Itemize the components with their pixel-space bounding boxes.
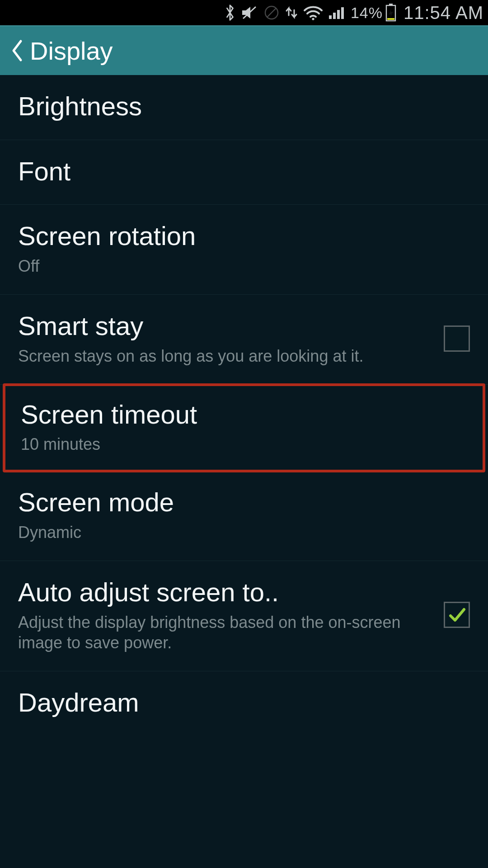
- wifi-icon: [303, 5, 324, 20]
- item-label: Screen rotation: [18, 221, 470, 251]
- svg-line-2: [267, 8, 276, 17]
- back-button[interactable]: [9, 38, 24, 63]
- item-sub: Adjust the display brightness based on t…: [18, 612, 435, 653]
- svg-rect-6: [337, 10, 340, 19]
- status-clock: 11:54 AM: [404, 3, 483, 23]
- item-screen-mode[interactable]: Screen mode Dynamic: [0, 471, 488, 561]
- item-screen-timeout[interactable]: Screen timeout 10 minutes: [3, 383, 485, 473]
- item-label: Screen mode: [18, 487, 470, 518]
- auto-adjust-checkbox[interactable]: [444, 602, 470, 628]
- signal-icon: [328, 5, 346, 20]
- item-label: Font: [18, 156, 470, 187]
- page-title: Display: [30, 36, 113, 66]
- battery-percent: 14%: [351, 4, 383, 22]
- item-label: Screen timeout: [21, 400, 467, 430]
- settings-list: Brightness Font Screen rotation Off Smar…: [0, 75, 488, 718]
- data-arrows-icon: [285, 5, 298, 21]
- svg-rect-5: [333, 13, 336, 19]
- item-daydream[interactable]: Daydream: [0, 671, 488, 718]
- item-sub: Dynamic: [18, 522, 470, 542]
- item-label: Auto adjust screen to..: [18, 577, 435, 608]
- item-label: Brightness: [18, 91, 470, 122]
- item-auto-adjust[interactable]: Auto adjust screen to.. Adjust the displ…: [0, 561, 488, 671]
- item-sub: Screen stays on as long as you are looki…: [18, 346, 435, 366]
- item-label: Daydream: [18, 688, 470, 718]
- item-smart-stay[interactable]: Smart stay Screen stays on as long as yo…: [0, 295, 488, 385]
- action-bar: Display: [0, 25, 488, 75]
- svg-rect-7: [341, 7, 344, 19]
- battery-status: 14%: [351, 4, 396, 22]
- status-bar: 14% 11:54 AM: [0, 0, 488, 25]
- item-label: Smart stay: [18, 311, 435, 341]
- smart-stay-checkbox[interactable]: [444, 326, 470, 352]
- sync-off-icon: [263, 4, 280, 21]
- checkmark-icon: [447, 605, 467, 625]
- item-font[interactable]: Font: [0, 140, 488, 205]
- mute-icon: [240, 5, 258, 20]
- svg-rect-10: [387, 18, 394, 20]
- item-brightness[interactable]: Brightness: [0, 75, 488, 140]
- bluetooth-icon: [224, 4, 236, 22]
- svg-rect-4: [329, 15, 332, 19]
- battery-icon: [385, 4, 396, 22]
- item-sub: Off: [18, 256, 470, 276]
- svg-point-3: [312, 18, 314, 20]
- item-screen-rotation[interactable]: Screen rotation Off: [0, 205, 488, 295]
- item-sub: 10 minutes: [21, 434, 467, 454]
